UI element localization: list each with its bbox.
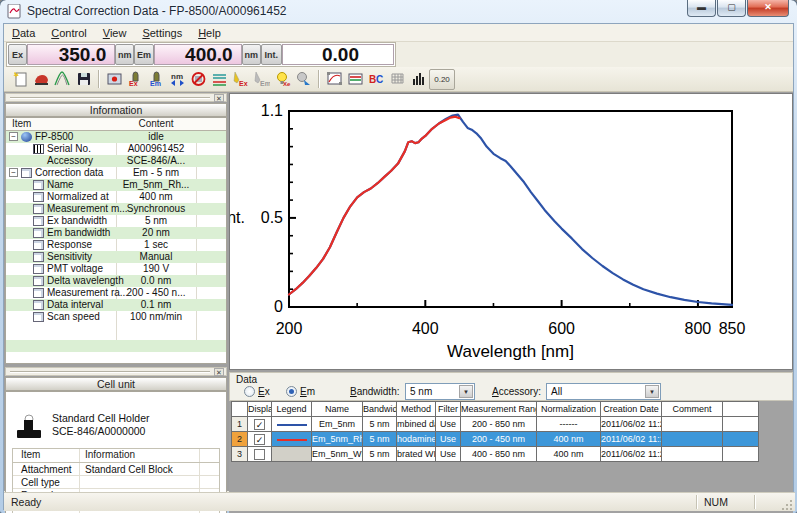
row-2-creation-date: 2011/06/02 11:11 xyxy=(601,432,661,446)
serial-icon xyxy=(33,144,44,154)
menu-control[interactable]: Control xyxy=(43,27,94,39)
display-checkbox[interactable]: ✓ xyxy=(254,419,265,430)
row-1-name[interactable]: Em_5nm xyxy=(312,417,362,431)
send-data-icon[interactable] xyxy=(31,69,52,90)
gridlines-icon[interactable] xyxy=(387,69,408,90)
measure-monitor-icon[interactable] xyxy=(104,69,125,90)
chevron-down-icon[interactable]: ▼ xyxy=(459,385,473,398)
row-1-number[interactable]: 1 xyxy=(232,417,247,431)
mark-em-icon[interactable]: Em xyxy=(251,69,272,90)
ex-lamp-icon[interactable]: Ex xyxy=(125,69,146,90)
tree-row-delta-wavelength[interactable]: Delta wavelength0.0 nm xyxy=(6,275,226,287)
data-points-icon[interactable] xyxy=(408,69,429,90)
row-2-name[interactable]: Em_5nm_Rhod xyxy=(312,432,362,446)
row-1-display[interactable]: ✓ xyxy=(248,417,271,431)
menu-data[interactable]: Data xyxy=(4,27,43,39)
tree-row-sensitivity[interactable]: SensitivityManual xyxy=(6,251,226,263)
tree-row-ex-bandwidth[interactable]: Ex bandwidth5 nm xyxy=(6,215,226,227)
tree-row-normalized[interactable]: Normalized at400 nm xyxy=(6,191,226,203)
row-3-creation-date: 2011/06/02 11:21 xyxy=(601,447,661,461)
em-radio-label[interactable]: Em xyxy=(300,386,315,397)
tree-row-response[interactable]: Response1 sec xyxy=(6,239,226,251)
new-data-icon[interactable] xyxy=(10,69,31,90)
info-col-content: Content xyxy=(116,118,196,129)
display-checkbox[interactable] xyxy=(254,449,265,460)
info-panel-grip[interactable]: ✕ xyxy=(5,93,227,102)
ex-label: Ex xyxy=(8,44,27,65)
app-icon xyxy=(7,4,22,19)
svg-text:nm: nm xyxy=(171,72,183,81)
svg-text:Wavelength [nm]: Wavelength [nm] xyxy=(447,342,574,361)
mark-ex-icon[interactable]: Ex xyxy=(230,69,251,90)
document-icon xyxy=(21,168,32,178)
resize-grip[interactable] xyxy=(782,498,794,510)
font-color-icon[interactable]: BC xyxy=(366,69,387,90)
row-3-number[interactable]: 3 xyxy=(232,447,247,461)
svg-text:Ex: Ex xyxy=(129,80,138,87)
scale-settings-icon[interactable] xyxy=(324,69,345,90)
pattern-settings-icon[interactable] xyxy=(345,69,366,90)
document-icon xyxy=(33,312,44,322)
tree-row-instrument[interactable]: −FP-8500idle xyxy=(6,131,226,143)
baseline-icon[interactable] xyxy=(209,69,230,90)
menu-settings[interactable]: Settings xyxy=(134,27,190,39)
tree-row-measurement-range[interactable]: Measurement ra...200 - 450 n... xyxy=(6,287,226,299)
tree-expander[interactable]: − xyxy=(9,132,18,141)
ex-radio-label[interactable]: Ex xyxy=(258,386,270,397)
row-1-normalization: ------ xyxy=(537,417,600,431)
title-bar[interactable]: Spectral Correction Data - FP-8500/A0009… xyxy=(0,0,797,23)
document-icon xyxy=(33,240,44,250)
em-lamp-icon[interactable]: Em xyxy=(146,69,167,90)
maximize-button[interactable]: ▢ xyxy=(717,0,746,17)
tree-expander[interactable]: − xyxy=(9,168,18,177)
cell-panel-grip[interactable]: ✕ xyxy=(5,367,227,376)
tree-row-name[interactable]: NameEm_5nm_Rh... xyxy=(6,179,226,191)
legend-line xyxy=(277,424,307,426)
display-checkbox[interactable]: ✓ xyxy=(254,434,265,445)
tree-row-accessory[interactable]: AccessorySCE-846/A... xyxy=(6,155,226,167)
data-group-label: Data xyxy=(236,374,257,385)
bandwidth-select[interactable]: 5 nm▼ xyxy=(405,383,475,400)
col-method: Method xyxy=(397,402,435,416)
peak-process-icon[interactable] xyxy=(52,69,73,90)
row-2-number[interactable]: 2 xyxy=(232,432,247,446)
chevron-down-icon[interactable]: ▼ xyxy=(645,385,659,398)
xenon-lamp-icon[interactable]: Xe xyxy=(272,69,293,90)
menu-view[interactable]: View xyxy=(95,27,135,39)
info-panel-close-icon[interactable]: ✕ xyxy=(214,94,224,102)
row-2-display[interactable]: ✓ xyxy=(248,432,271,446)
document-icon xyxy=(33,300,44,310)
spectrum-chart[interactable]: 20040060080085000.51.1Int.Wavelength [nm… xyxy=(229,93,793,370)
chart-canvas[interactable]: 20040060080085000.51.1Int.Wavelength [nm… xyxy=(230,94,792,369)
tree-row-scan-speed[interactable]: Scan speed100 nm/min xyxy=(6,311,226,323)
lamp-off-icon[interactable] xyxy=(293,69,314,90)
tree-row-serial[interactable]: Serial No.A000961452 xyxy=(6,143,226,155)
svg-text:1.1: 1.1 xyxy=(261,102,283,119)
ex-radio[interactable] xyxy=(244,386,255,397)
row-1-legend xyxy=(272,417,311,431)
tree-row-pmt-voltage[interactable]: PMT voltage190 V xyxy=(6,263,226,275)
intensity-value: 0.00 xyxy=(282,44,394,65)
data-interval-button[interactable]: 0.20 xyxy=(429,69,455,90)
menu-help[interactable]: Help xyxy=(190,27,229,39)
save-icon[interactable] xyxy=(73,69,94,90)
close-button[interactable]: ✕ xyxy=(747,0,789,17)
row-2-legend xyxy=(272,432,311,446)
cell-row-attachment[interactable]: AttachmentStandard Cell Block xyxy=(13,463,219,476)
cell-row-cell-type[interactable]: Cell type xyxy=(13,476,219,489)
em-radio[interactable] xyxy=(286,386,297,397)
accessory-select[interactable]: All▼ xyxy=(546,383,661,400)
row-3-display[interactable] xyxy=(248,447,271,461)
status-separator xyxy=(696,495,698,509)
document-icon xyxy=(33,276,44,286)
row-2-range: 200 - 450 nm xyxy=(461,432,536,446)
cell-panel-close-icon[interactable]: ✕ xyxy=(214,368,224,376)
tree-row-correction-data[interactable]: −Correction dataEm - 5 nm xyxy=(6,167,226,179)
move-wavelength-icon[interactable]: nm xyxy=(167,69,188,90)
tree-row-data-interval[interactable]: Data interval0.1 nm xyxy=(6,299,226,311)
shutter-close-icon[interactable] xyxy=(188,69,209,90)
tree-row-measurement-mode[interactable]: Measurement m...Synchronous xyxy=(6,203,226,215)
tree-row-em-bandwidth[interactable]: Em bandwidth20 nm xyxy=(6,227,226,239)
minimize-button[interactable]: ▬ xyxy=(687,0,716,17)
row-3-name[interactable]: Em_5nm_WI2 xyxy=(312,447,362,461)
